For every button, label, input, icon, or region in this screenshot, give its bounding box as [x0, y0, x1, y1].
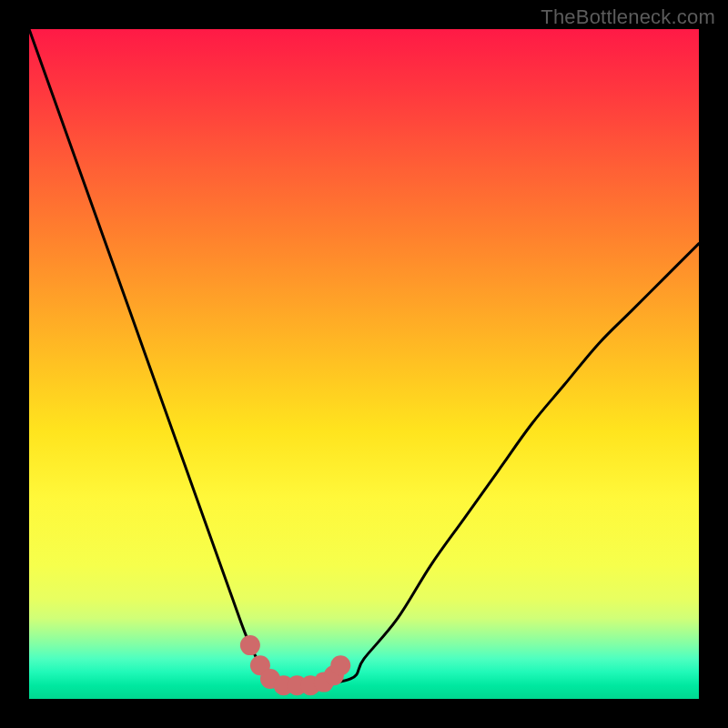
curve-layer: [29, 29, 699, 699]
highlight-dot: [330, 655, 350, 675]
bottleneck-curve: [29, 29, 699, 686]
highlight-dots: [240, 635, 350, 695]
highlight-dot: [240, 635, 260, 655]
watermark-text: TheBottleneck.com: [541, 5, 715, 29]
chart-canvas: TheBottleneck.com: [0, 0, 728, 728]
plot-area: [29, 29, 699, 699]
